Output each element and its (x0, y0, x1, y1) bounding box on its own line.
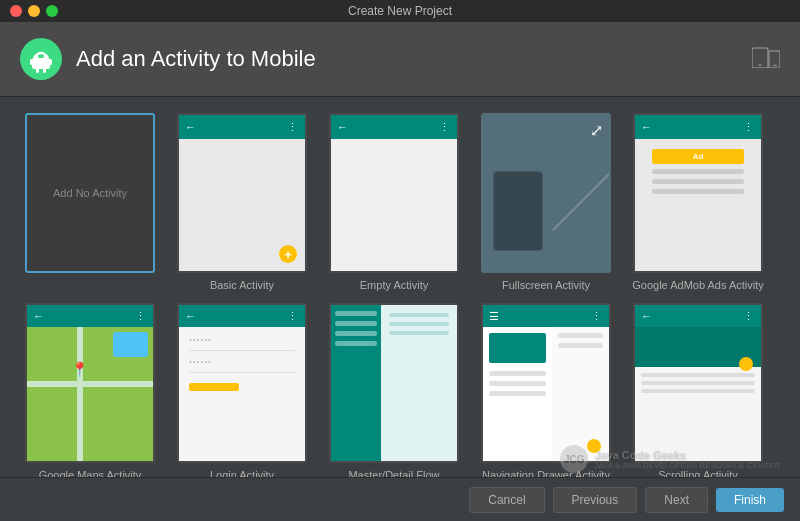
scroll-topbar: ← ⋮ (635, 305, 761, 327)
admob-line-2 (652, 179, 743, 184)
login-button (189, 383, 239, 391)
login-password-stars: •••••• (189, 357, 295, 366)
nav-item-2 (489, 381, 546, 386)
maps-body: 📍 (27, 327, 153, 461)
activity-card-master[interactable]: Master/Detail Flow (324, 303, 464, 477)
admob-line-1 (652, 169, 743, 174)
maps-mockup: ← ⋮ 📍 (27, 305, 153, 461)
login-body: •••••• •••••• (179, 327, 305, 461)
maximize-button[interactable] (46, 5, 58, 17)
master-left-panel (331, 305, 381, 461)
login-topbar: ← ⋮ (179, 305, 305, 327)
empty-body (331, 139, 457, 271)
close-button[interactable] (10, 5, 22, 17)
admob-activity-label: Google AdMob Ads Activity (632, 279, 763, 291)
back-arrow-icon: ← (185, 121, 196, 133)
next-button[interactable]: Next (645, 487, 708, 513)
scroll-line-1 (641, 373, 755, 377)
activity-grid: Add No Activity ← ⋮ + Basic Activity (0, 97, 800, 477)
basic-activity-label: Basic Activity (210, 279, 274, 291)
activity-card-scroll[interactable]: ← ⋮ Scrolling Activity (628, 303, 768, 477)
cancel-button[interactable]: Cancel (469, 487, 544, 513)
nav-drawer-header (489, 333, 546, 363)
back-arrow-icon: ← (185, 310, 196, 322)
detail-line-1 (389, 313, 449, 317)
back-arrow-icon: ☰ (489, 310, 499, 323)
fullscreen-activity-label: Fullscreen Activity (502, 279, 590, 291)
detail-line-2 (389, 322, 449, 326)
nav-preview: ☰ ⋮ (481, 303, 611, 463)
back-arrow-icon: ← (641, 310, 652, 322)
nav-item-1 (489, 371, 546, 376)
empty-topbar: ← ⋮ (331, 115, 457, 139)
master-item-2 (335, 321, 377, 326)
admob-line-3 (652, 189, 743, 194)
activity-card-none[interactable]: Add No Activity (20, 113, 160, 291)
android-logo-icon (20, 38, 62, 80)
empty-activity-label: Empty Activity (360, 279, 428, 291)
map-marker-icon: 📍 (71, 361, 88, 377)
admob-preview: ← ⋮ Ad (633, 113, 763, 273)
no-activity-preview: Add No Activity (25, 113, 155, 273)
maps-preview: ← ⋮ 📍 (25, 303, 155, 463)
map-water (113, 332, 148, 357)
activity-card-empty[interactable]: ← ⋮ Empty Activity (324, 113, 464, 291)
activity-card-nav[interactable]: ☰ ⋮ (476, 303, 616, 477)
nav-main-line-2 (558, 343, 603, 348)
svg-rect-6 (36, 68, 39, 73)
activity-card-login[interactable]: ← ⋮ •••••• •••••• Login Activity (172, 303, 312, 477)
back-arrow-icon: ← (641, 121, 652, 133)
basic-topbar: ← ⋮ (179, 115, 305, 139)
nav-drawer (483, 327, 552, 461)
login-preview: ← ⋮ •••••• •••••• (177, 303, 307, 463)
phone-tablet-icon (752, 46, 780, 72)
nav-item-3 (489, 391, 546, 396)
maps-activity-label: Google Maps Activity (39, 469, 142, 477)
fullscreen-preview: ⤢ (481, 113, 611, 273)
nav-fab-icon (587, 439, 601, 453)
menu-dots-icon: ⋮ (743, 310, 755, 323)
master-right-panel (381, 305, 457, 461)
traffic-lights (10, 5, 58, 17)
menu-dots-icon: ⋮ (287, 310, 299, 323)
fab-icon: + (279, 245, 297, 263)
minimize-button[interactable] (28, 5, 40, 17)
dialog: Add an Activity to Mobile Add No Activit… (0, 22, 800, 521)
admob-topbar: ← ⋮ (635, 115, 761, 139)
activity-card-maps[interactable]: ← ⋮ 📍 Google Maps Activity (20, 303, 160, 477)
svg-rect-3 (32, 58, 50, 69)
nav-main-line-1 (558, 333, 603, 338)
scroll-body (635, 367, 761, 461)
activity-card-basic[interactable]: ← ⋮ + Basic Activity (172, 113, 312, 291)
window-title: Create New Project (348, 4, 452, 18)
menu-dots-icon: ⋮ (287, 121, 299, 134)
master-preview (329, 303, 459, 463)
no-activity-label: Add No Activity (53, 187, 127, 199)
login-separator-1 (189, 350, 295, 351)
activity-card-fullscreen[interactable]: ⤢ Fullscreen Activity (476, 113, 616, 291)
activity-card-admob[interactable]: ← ⋮ Ad Google AdMob Ads Activity (628, 113, 768, 291)
master-mockup (331, 305, 457, 461)
nav-mockup: ☰ ⋮ (483, 305, 609, 461)
previous-button[interactable]: Previous (553, 487, 638, 513)
finish-button[interactable]: Finish (716, 488, 784, 512)
detail-line-3 (389, 331, 449, 335)
svg-rect-5 (49, 59, 52, 65)
login-separator-2 (189, 372, 295, 373)
menu-dots-icon: ⋮ (439, 121, 451, 134)
menu-dots-icon: ⋮ (135, 310, 147, 323)
dialog-title: Add an Activity to Mobile (76, 46, 316, 72)
maps-topbar: ← ⋮ (27, 305, 153, 327)
master-item-4 (335, 341, 377, 346)
expand-icon: ⤢ (590, 121, 603, 140)
login-mockup: ← ⋮ •••••• •••••• (179, 305, 305, 461)
login-activity-label: Login Activity (210, 469, 274, 477)
menu-dots-icon: ⋮ (743, 121, 755, 134)
nav-topbar: ☰ ⋮ (483, 305, 609, 327)
menu-dots-icon: ⋮ (591, 310, 603, 323)
back-arrow-icon: ← (33, 310, 44, 322)
dialog-header: Add an Activity to Mobile (0, 22, 800, 97)
empty-mockup: ← ⋮ (331, 115, 457, 271)
diagonal-line (552, 159, 611, 231)
basic-mockup: ← ⋮ + (179, 115, 305, 271)
